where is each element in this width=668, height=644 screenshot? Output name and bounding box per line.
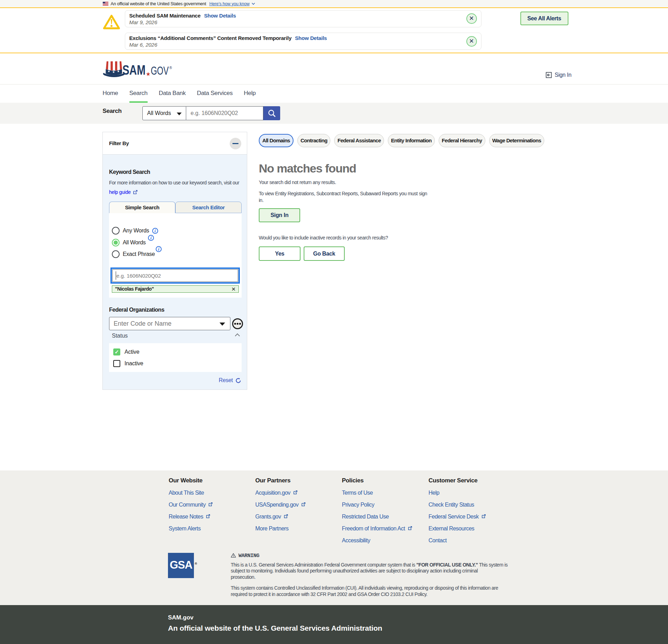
svg-text:®: ®: [169, 66, 172, 70]
svg-text:GOV: GOV: [151, 64, 169, 77]
svg-text:SAM: SAM: [122, 62, 146, 77]
